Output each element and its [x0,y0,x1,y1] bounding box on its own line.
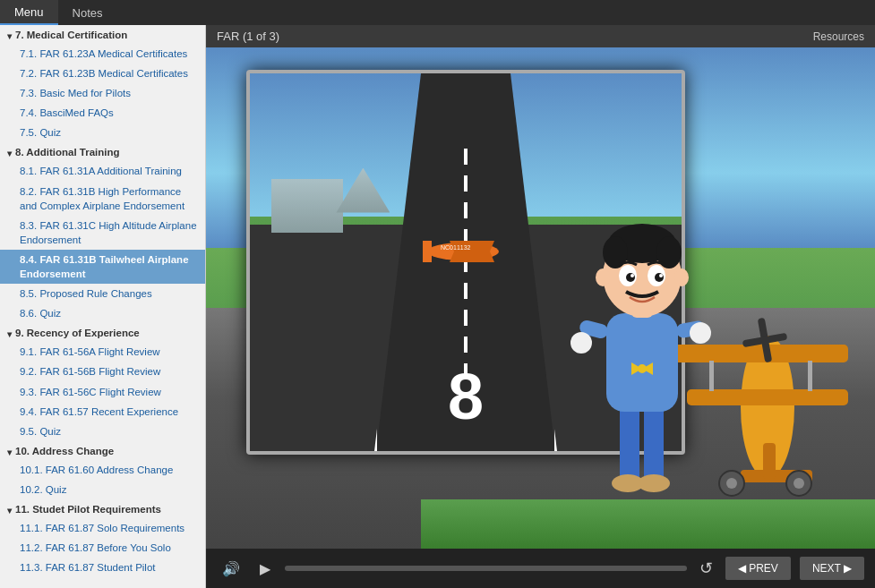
svg-point-22 [638,474,670,492]
sidebar-item-8-3[interactable]: 8.3. FAR 61.31C High Altitude Airplane E… [0,216,205,250]
main-area: ▾ 7. Medical Certification 7.1. FAR 61.2… [0,25,875,588]
sidebar-item-7-4[interactable]: 7.4. BasciMed FAQs [0,103,205,123]
svg-rect-20 [644,403,664,483]
top-bar: Menu Notes [0,0,875,25]
svg-point-26 [638,364,647,373]
progress-bar[interactable] [285,566,687,571]
section-9-label: 9. Recency of Experience [15,327,140,340]
prev-button[interactable]: ◀ PREV [725,557,791,580]
svg-rect-10 [808,361,812,391]
section-10-label: 10. Address Change [15,445,114,458]
svg-rect-12 [763,443,776,479]
small-airplane: NC011132 [414,232,512,275]
chevron-down-icon-8: ▾ [7,148,12,159]
sidebar-item-9-4[interactable]: 9.4. FAR 61.57 Recent Experience [0,402,205,422]
content-header: FAR (1 of 3) Resources [206,25,875,47]
sidebar-item-8-5[interactable]: 8.5. Proposed Rule Changes [0,284,205,303]
sidebar-item-11-1[interactable]: 11.1. FAR 61.87 Solo Requirements [0,518,205,538]
sidebar-item-9-1[interactable]: 9.1. FAR 61-56A Flight Review [0,342,205,362]
sidebar-item-11-2[interactable]: 11.2. FAR 61.87 Before You Solo [0,538,205,558]
sidebar-section-8[interactable]: ▾ 8. Additional Training [0,142,205,161]
svg-rect-23 [606,313,678,412]
resources-button[interactable]: Resources [813,30,864,43]
sidebar-item-10-1[interactable]: 10.1. FAR 61.60 Address Change [0,460,205,480]
restart-button[interactable]: ↺ [696,555,716,582]
sidebar-item-8-4[interactable]: 8.4. FAR 61.31B Tailwheel Airplane Endor… [0,250,205,284]
sidebar-item-7-2[interactable]: 7.2. FAR 61.23B Medical Certificates [0,64,205,83]
sidebar-section-7[interactable]: ▾ 7. Medical Certification [0,25,205,44]
sidebar-item-7-3[interactable]: 7.3. Basic Med for Pilots [0,83,205,103]
svg-point-42 [596,268,610,286]
content-area: FAR (1 of 3) Resources 8 [206,25,875,588]
sidebar-item-8-6[interactable]: 8.6. Quiz [0,303,205,323]
svg-point-40 [631,274,634,277]
ground-strip [421,499,875,549]
chevron-down-icon-10: ▾ [7,447,12,458]
play-button[interactable]: ▶ [254,557,276,581]
control-bar: 🔊 ▶ ↺ ◀ PREV NEXT ▶ [206,549,875,588]
sidebar-item-9-3[interactable]: 9.3. FAR 61-56C Flight Review [0,382,205,402]
svg-point-18 [794,478,804,489]
svg-marker-4 [423,251,432,262]
section-8-label: 8. Additional Training [15,146,120,159]
tab-notes[interactable]: Notes [58,0,117,25]
section-7-label: 7. Medical Certification [15,29,127,42]
mountain1 [271,179,343,233]
svg-point-29 [570,332,592,354]
tab-menu[interactable]: Menu [0,0,58,25]
svg-point-38 [626,273,635,282]
video-area: 8 NC011132 [206,47,875,549]
svg-point-39 [655,273,664,282]
page-title: FAR (1 of 3) [217,30,279,43]
sidebar-item-7-1[interactable]: 7.1. FAR 61.23A Medical Certificates [0,44,205,64]
svg-text:NC011132: NC011132 [441,244,471,251]
sidebar-item-7-5[interactable]: 7.5. Quiz [0,123,205,142]
chevron-down-icon-9: ▾ [7,328,12,340]
sidebar-item-8-2[interactable]: 8.2. FAR 61.31B High Performance and Com… [0,182,205,216]
next-button[interactable]: NEXT ▶ [800,557,864,580]
svg-point-43 [674,268,689,286]
sidebar-item-8-1[interactable]: 8.1. FAR 61.31A Additional Training [0,161,205,181]
sidebar-item-9-5[interactable]: 9.5. Quiz [0,422,205,441]
sidebar-item-11-3[interactable]: 11.3. FAR 61.87 Student Pilot [0,558,205,577]
svg-marker-2 [450,251,494,262]
svg-rect-19 [620,403,639,483]
volume-button[interactable]: 🔊 [217,557,245,581]
sidebar-item-10-2[interactable]: 10.2. Quiz [0,480,205,499]
sidebar-section-11[interactable]: ▾ 11. Studet Pilot Requirements [0,499,205,518]
sidebar-item-9-2[interactable]: 9.2. FAR 61-56B Flight Review [0,362,205,381]
runway-number: 8 [448,360,484,433]
svg-point-30 [690,322,711,344]
section-11-label: 11. Studet Pilot Requirements [15,503,161,516]
chevron-down-icon-11: ▾ [7,505,12,516]
sidebar: ▾ 7. Medical Certification 7.1. FAR 61.2… [0,25,206,588]
svg-point-16 [726,478,737,489]
chevron-down-icon: ▾ [7,30,12,42]
sidebar-section-9[interactable]: ▾ 9. Recency of Experience [0,323,205,342]
svg-marker-3 [423,241,432,251]
character [570,197,714,504]
sidebar-section-10[interactable]: ▾ 10. Address Change [0,441,205,460]
svg-point-41 [659,274,663,277]
